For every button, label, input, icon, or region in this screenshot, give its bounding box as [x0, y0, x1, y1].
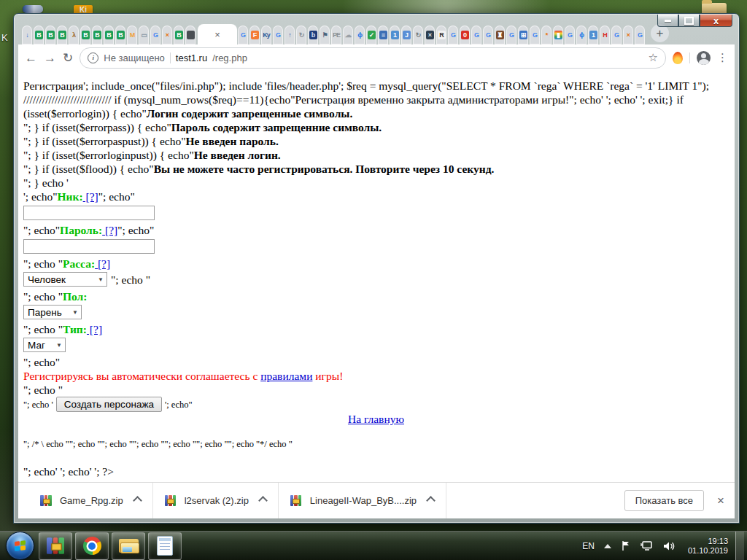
browser-tab[interactable]: B [57, 26, 67, 44]
reload-button[interactable]: ↻ [63, 52, 73, 64]
winrar-icon [47, 537, 64, 554]
race-help-link[interactable]: [?] [95, 257, 110, 270]
taskbar-chrome-button[interactable] [75, 532, 109, 560]
taskbar-explorer-button[interactable] [112, 532, 145, 560]
browser-tab[interactable]: G [150, 26, 160, 44]
info-icon[interactable]: i [88, 52, 98, 63]
browser-tab[interactable]: ↓ [22, 26, 32, 44]
browser-tab[interactable]: B [104, 26, 114, 44]
tab-favicon: F [251, 31, 259, 39]
download-item[interactable]: LineageII-Wap_ByB....zip [279, 483, 446, 518]
taskbar-winrar-button[interactable] [39, 532, 72, 560]
network-icon[interactable] [640, 540, 654, 551]
close-button[interactable]: x [700, 15, 732, 27]
browser-tab[interactable]: PE [331, 26, 341, 44]
home-link[interactable]: На главную [348, 413, 404, 425]
desktop-pencil-icon[interactable] [23, 5, 43, 13]
browser-tab[interactable]: G [471, 26, 481, 44]
show-desktop-button[interactable] [735, 532, 744, 560]
browser-tab[interactable]: B [174, 26, 184, 44]
browser-tab[interactable]: J [401, 26, 411, 44]
browser-tab[interactable]: ↻ [296, 26, 306, 44]
browser-tab[interactable]: × [162, 26, 172, 44]
browser-tab[interactable]: G [506, 26, 516, 44]
browser-tab[interactable]: G [635, 26, 645, 44]
browser-tab[interactable]: G [530, 26, 540, 44]
browser-tab[interactable]: H [600, 26, 610, 44]
close-icon: x [713, 15, 719, 26]
nick-input[interactable] [23, 206, 155, 220]
browser-tab[interactable]: ≡ [378, 26, 388, 44]
tab-close-icon[interactable]: × [214, 29, 220, 40]
type-help-link[interactable]: [?] [87, 323, 102, 335]
browser-tab[interactable]: M [127, 26, 137, 44]
browser-tab[interactable]: λ [69, 26, 79, 44]
password-help-link[interactable]: [?] [102, 224, 117, 236]
browser-tab[interactable]: * [541, 26, 551, 44]
browser-tab[interactable]: ⊞ [518, 26, 528, 44]
browser-tab[interactable]: B [92, 26, 102, 44]
profile-icon[interactable] [697, 51, 711, 65]
bookmark-star-icon[interactable]: ☆ [649, 51, 658, 64]
browser-tab[interactable]: ↻ [413, 26, 423, 44]
back-button[interactable]: ← [25, 52, 37, 64]
nick-help-link[interactable]: [?] [83, 190, 98, 203]
menu-icon[interactable]: ⋮ [717, 51, 728, 64]
action-center-flag-icon[interactable] [621, 540, 631, 551]
browser-tab[interactable]: 1 [588, 26, 598, 44]
chevron-up-icon[interactable] [133, 496, 142, 505]
browser-tab[interactable]: ✓ [366, 26, 376, 44]
clock[interactable]: 19:13 01.10.2019 [688, 537, 728, 556]
address-bar[interactable]: i Не защищено test1.ru/reg.php ☆ [80, 47, 666, 69]
browser-tab[interactable]: ⚑ [320, 26, 330, 44]
gender-select[interactable]: Парень▼ [23, 305, 82, 319]
browser-tab[interactable]: G [448, 26, 458, 44]
browser-tab[interactable]: ɸ [355, 26, 365, 44]
browser-tab[interactable]: G [611, 26, 622, 44]
browser-tab[interactable]: b [308, 26, 318, 44]
password-input[interactable] [23, 239, 155, 254]
browser-tab[interactable]: Ky [261, 26, 271, 44]
browser-tab[interactable]: F [249, 26, 260, 44]
browser-tab[interactable]: ɸ [576, 26, 587, 44]
browser-tab[interactable]: ▭ [139, 26, 149, 44]
download-bar-close-icon[interactable]: × [717, 494, 724, 508]
taskbar-notepad-button[interactable] [148, 532, 182, 560]
active-tab[interactable]: × [198, 24, 237, 44]
browser-tab[interactable]: ↑ [285, 26, 295, 44]
browser-tab[interactable]: R [436, 26, 446, 44]
language-indicator[interactable]: EN [582, 541, 595, 551]
start-button[interactable] [6, 532, 34, 560]
download-item[interactable]: Game_Rpg.zip [28, 483, 152, 518]
browser-tab[interactable] [185, 26, 196, 44]
extension-flame-icon[interactable] [673, 52, 683, 64]
show-all-downloads-button[interactable]: Показать все [624, 490, 704, 511]
chevron-up-icon[interactable] [426, 496, 436, 505]
browser-tab[interactable]: ▮ [553, 26, 563, 44]
browser-tab[interactable]: ☁ [343, 26, 353, 44]
rules-link[interactable]: правилами [260, 370, 312, 382]
browser-tab[interactable]: B [45, 26, 55, 44]
maximize-button[interactable] [678, 15, 700, 27]
race-select[interactable]: Человек▼ [23, 272, 107, 287]
browser-tab[interactable]: 0 [460, 26, 470, 44]
browser-tab[interactable]: G [565, 26, 575, 44]
browser-tab[interactable]: G [483, 26, 493, 44]
type-select[interactable]: Маг▼ [23, 338, 66, 352]
browser-tab[interactable]: B [115, 26, 125, 44]
browser-tab[interactable]: × [425, 26, 435, 44]
browser-tab[interactable]: ♜ [495, 26, 505, 44]
browser-tab[interactable]: 1 [390, 26, 400, 44]
volume-icon[interactable] [663, 541, 676, 551]
forward-button[interactable]: → [44, 52, 56, 64]
minimize-button[interactable] [657, 15, 678, 27]
download-item[interactable]: l2servak (2).zip [153, 483, 278, 518]
browser-tab[interactable]: B [80, 26, 90, 44]
browser-tab[interactable]: × [623, 26, 633, 44]
browser-tab[interactable]: G [273, 26, 283, 44]
chevron-up-icon[interactable] [258, 496, 268, 505]
create-character-button[interactable]: Создать персонажа [56, 397, 162, 412]
tray-expand-icon[interactable] [604, 544, 611, 548]
browser-tab[interactable]: B [34, 26, 44, 44]
browser-tab[interactable]: G [238, 26, 248, 44]
